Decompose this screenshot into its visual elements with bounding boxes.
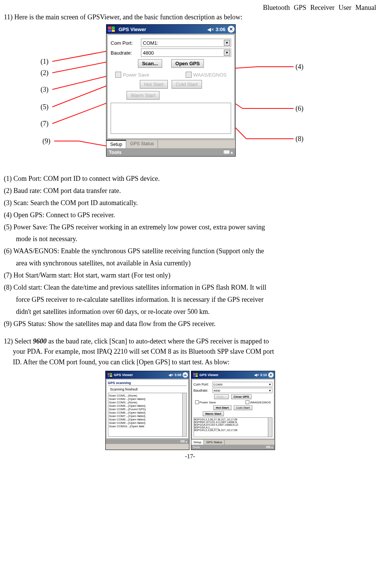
- desc-5b: mode is not necessary.: [4, 234, 376, 245]
- cold-start-button[interactable]: Cold Start: [172, 80, 202, 89]
- nmea-line: $GPGSV,2,2,08,27,38,317,,16,17,08: [194, 418, 272, 421]
- hot-start-button[interactable]: Hot Start: [213, 405, 231, 410]
- desc-8a: (8) Cold start: Clean the date/time and …: [4, 282, 376, 293]
- scrollbar[interactable]: [268, 418, 272, 437]
- comport-label: Com Port:: [111, 40, 141, 46]
- chevron-down-icon[interactable]: ▼: [269, 389, 272, 392]
- warm-start-button[interactable]: Warm Start: [127, 91, 160, 100]
- tab-setup[interactable]: Setup: [106, 140, 126, 148]
- waas-checkbox[interactable]: WAAS/EGNOS: [246, 400, 271, 404]
- waas-checkbox[interactable]: WAAS/EGNOS: [186, 72, 227, 78]
- close-icon[interactable]: ✕: [268, 372, 274, 378]
- scan-button[interactable]: Scan...: [138, 59, 162, 68]
- keyboard-icon[interactable]: ⌨ ▴: [266, 445, 273, 449]
- speaker-icon[interactable]: ◀×: [254, 373, 259, 377]
- ok-button[interactable]: ok: [183, 372, 188, 378]
- desc-4: (4) Open GPS: Connect to GPS receiver.: [4, 210, 376, 221]
- power-save-checkbox[interactable]: Power Save: [115, 72, 149, 78]
- warm-start-button[interactable]: Warm Start: [203, 411, 224, 416]
- tab-strip: Setup GPS Status: [106, 140, 235, 148]
- step12-line3: ID. After the COM port found, you can cl…: [4, 357, 376, 368]
- list-item: Scan COM5...(Found GPS): [109, 408, 186, 411]
- desc-8c: didn't get satellites information over 6…: [4, 307, 376, 317]
- desc-9: (9) GPS Status: Show the satellites map …: [4, 319, 376, 329]
- list-item: Scan COM7...(Open failed): [109, 414, 186, 418]
- close-icon[interactable]: ✕: [228, 26, 235, 33]
- desc-1: (1) Com Port: COM port ID to connect wit…: [4, 174, 376, 184]
- callout-8: (8): [296, 135, 303, 143]
- start-icon[interactable]: [106, 25, 116, 34]
- desc-6b: area with synchronous satellites, not av…: [4, 258, 376, 269]
- tools-menu[interactable]: Tools: [193, 445, 200, 449]
- scan-clock: 3:08: [174, 373, 181, 377]
- desc-2: (2) Baud rate: COM port data transfer ra…: [4, 186, 376, 196]
- running-clock: 3:10: [260, 373, 267, 377]
- comport-value: COM1:: [143, 40, 158, 46]
- title-bar: GPS Viewer ◀× 3:06 ✕: [106, 25, 235, 34]
- tab-gps-status[interactable]: GPS Status: [126, 140, 158, 148]
- window-title: GPS Viewer: [119, 27, 207, 32]
- close-gps-button[interactable]: Close GPS: [231, 394, 252, 399]
- scrollbar[interactable]: [182, 393, 186, 436]
- power-save-checkbox[interactable]: Power Save: [195, 400, 216, 404]
- callout-9: (9): [42, 137, 50, 145]
- tab-gps-status[interactable]: GPS Status: [204, 440, 225, 445]
- baudrate-label: Baudrate:: [194, 389, 213, 392]
- start-icon[interactable]: [107, 372, 113, 378]
- chevron-down-icon[interactable]: ▼: [224, 40, 230, 46]
- step12-prefix: 12) Select: [4, 337, 33, 345]
- baudrate-select[interactable]: 4800 ▼: [141, 49, 231, 57]
- nmea-output[interactable]: $GPGSV,2,2,08,27,38,317,,16,17,08 $GPRMC…: [194, 417, 272, 437]
- scan-title-bar: GPS Viewer ◀× 3:08 ok: [106, 371, 189, 379]
- gpsviewer-window: GPS Viewer ◀× 3:06 ✕ Com Port: COM1: ▼ B…: [106, 24, 236, 157]
- scan-result-list[interactable]: Scan COM1...(None) Scan COM2...(Open fai…: [108, 393, 187, 437]
- comport-select[interactable]: COM1: ▼: [141, 39, 231, 47]
- checkbox-icon: [186, 72, 192, 78]
- desc-6a: (6) WAAS/EGNOS: Enable the synchronous G…: [4, 246, 376, 257]
- page-header: Bluetooth GPS Receiver User Manual: [4, 4, 376, 12]
- waas-label: WAAS/EGNOS: [193, 72, 227, 78]
- list-item: Scan COM4...(Open failed): [109, 404, 186, 408]
- running-window-title: GPS Viewer: [200, 373, 219, 377]
- intro-text: 11) Here is the main screen of GPSViewer…: [4, 13, 376, 21]
- comport-select[interactable]: COM5: ▼: [213, 382, 272, 387]
- keyboard-icon[interactable]: ⌨ ▴: [180, 440, 187, 443]
- step12-line2: your PDA. For example, most IPAQ 2210 wi…: [4, 347, 376, 357]
- scan-finished-text: Scanning finished!: [110, 387, 187, 391]
- nmea-line: $GPGGA,071152.5,2307.14088,N,12: [194, 423, 272, 426]
- chevron-down-icon[interactable]: ▼: [224, 50, 230, 56]
- cold-start-button[interactable]: Cold Start: [234, 405, 253, 410]
- step12-rest1: as the baud rate, click [Scan] to auto-d…: [47, 337, 269, 345]
- desc-7: (7) Hot Start/Warm start: Hot start, war…: [4, 270, 376, 281]
- start-icon[interactable]: [192, 372, 199, 378]
- description-list: (1) Com Port: COM port ID to connect wit…: [4, 174, 376, 329]
- scan-button[interactable]: Scan...: [214, 394, 229, 399]
- scan-bottom-toolbar: ⌨ ▴: [106, 439, 189, 444]
- list-item: Scan COM9...(Open failed): [109, 421, 186, 425]
- clock-text: 3:06: [216, 27, 225, 32]
- keyboard-icon[interactable]: ⌨ ▴: [224, 150, 233, 155]
- bottom-toolbar: Tools ⌨ ▴: [106, 148, 235, 156]
- chevron-down-icon[interactable]: ▼: [269, 383, 272, 386]
- tools-menu[interactable]: Tools: [109, 149, 122, 155]
- annotated-figure: (1) (2) (3) (5) (7) (9) (4) (6) (8) GPS …: [4, 24, 376, 172]
- output-textarea[interactable]: [111, 103, 231, 134]
- speaker-icon[interactable]: ◀×: [207, 27, 214, 32]
- desc-5a: (5) Power Save: The GPS receiver working…: [4, 222, 376, 233]
- running-window: GPS Viewer ◀× 3:10 ✕ Com Port: COM5: ▼ B…: [191, 371, 275, 450]
- callout-3: (3): [41, 86, 48, 94]
- tab-setup[interactable]: Setup: [191, 440, 204, 445]
- running-bottom-toolbar: Tools ⌨ ▴: [191, 445, 275, 450]
- desc-3: (3) Scan: Search the COM port ID automat…: [4, 198, 376, 209]
- step-12: 12) Select 9600 as the baud rate, click …: [4, 336, 376, 368]
- nmea-line: $GPGSA,A,1,,,,,,,,,,,,: [194, 426, 272, 429]
- small-screenshots: GPS Viewer ◀× 3:08 ok GPS scanning Scann…: [4, 371, 376, 450]
- speaker-icon[interactable]: ◀×: [169, 373, 173, 377]
- setup-panel: Com Port: COM1: ▼ Baudrate: 4800 ▼ Scan.…: [107, 34, 235, 139]
- checkbox-icon: [115, 72, 121, 78]
- checkbox-icon: [246, 400, 249, 404]
- hot-start-button[interactable]: Hot Start: [140, 80, 167, 89]
- open-gps-button[interactable]: Open GPS: [171, 59, 204, 68]
- baudrate-select[interactable]: 4800 ▼: [213, 388, 272, 393]
- checkbox-icon: [195, 400, 199, 404]
